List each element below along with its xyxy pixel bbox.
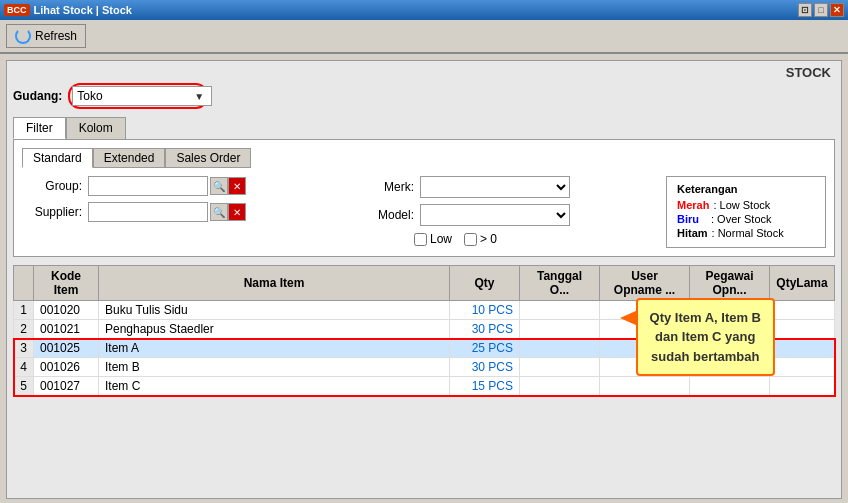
keterangan-merah: Merah : Low Stock [677,199,815,211]
sub-tab-bar: Standard Extended Sales Order [22,148,826,168]
keterangan-box: Keterangan Merah : Low Stock Biru : Over… [666,176,826,248]
filter-group-row: Group: 🔍 ✕ [22,176,324,196]
merk-select[interactable] [420,176,570,198]
cell-qty: 30 PCS [450,358,520,377]
gt0-checkbox[interactable] [464,233,477,246]
cell-kode: 001021 [34,320,99,339]
supplier-clear-button[interactable]: ✕ [228,203,246,221]
gt0-checkbox-item: > 0 [464,232,497,246]
gudang-select[interactable]: Toko Gudang 1 Gudang 2 [72,86,212,106]
cell-nama: Buku Tulis Sidu [99,301,450,320]
cell-tanggal [520,377,600,396]
cell-qtylama [770,301,835,320]
cell-tanggal [520,339,600,358]
table-row[interactable]: 5 001027 Item C 15 PCS [14,377,835,396]
hitam-desc: : Normal Stock [712,227,784,239]
annotation-arrow [620,310,638,326]
model-label: Model: [354,208,414,222]
title-bar: BCC Lihat Stock | Stock ⊡ □ ✕ [0,0,848,20]
merk-label: Merk: [354,180,414,194]
model-select[interactable] [420,204,570,226]
filter-main: Group: 🔍 ✕ Supplier: [22,176,656,248]
app-logo: BCC [4,4,30,16]
subtab-standard[interactable]: Standard [22,148,93,168]
tab-filter[interactable]: Filter [13,117,66,139]
group-label: Group: [22,179,82,193]
content-panel: STOCK Gudang: Toko Gudang 1 Gudang 2 ▼ F… [6,60,842,499]
cell-qty: 15 PCS [450,377,520,396]
biru-label: Biru [677,213,699,225]
supplier-search-button[interactable]: 🔍 [210,203,228,221]
gt0-label: > 0 [480,232,497,246]
cell-kode: 001025 [34,339,99,358]
cell-tanggal [520,301,600,320]
low-checkbox[interactable] [414,233,427,246]
refresh-button[interactable]: Refresh [6,24,86,48]
cell-nama: Item A [99,339,450,358]
window-controls: ⊡ □ ✕ [798,3,844,17]
col-header-tanggal: Tanggal O... [520,266,600,301]
cell-nama: Penghapus Staedler [99,320,450,339]
checkbox-row: Low > 0 [414,232,656,246]
low-label: Low [430,232,452,246]
cell-nama: Item B [99,358,450,377]
cell-kode: 001026 [34,358,99,377]
table-section: Kode Item Nama Item Qty Tanggal O... Use… [13,265,835,396]
gudang-label: Gudang: [13,89,62,103]
merah-desc: : Low Stock [713,199,770,211]
supplier-input[interactable] [88,202,208,222]
supplier-label: Supplier: [22,205,82,219]
cell-kode: 001027 [34,377,99,396]
subtab-extended[interactable]: Extended [93,148,166,168]
biru-desc: : Over Stock [711,213,772,225]
gudang-row: Gudang: Toko Gudang 1 Gudang 2 ▼ [13,83,835,109]
group-input[interactable] [88,176,208,196]
cell-qtylama [770,320,835,339]
tab-kolom[interactable]: Kolom [66,117,126,139]
cell-qty: 10 PCS [450,301,520,320]
cell-qtylama [770,358,835,377]
subtab-salesorder[interactable]: Sales Order [165,148,251,168]
filter-merk-row: Merk: [354,176,656,198]
filter-supplier-row: Supplier: 🔍 ✕ [22,202,324,222]
annotation-box: Qty Item A, Item Bdan Item C yangsudah b… [636,298,775,377]
cell-tanggal [520,358,600,377]
cell-qtylama [770,377,835,396]
row-num: 2 [14,320,34,339]
merah-label: Merah [677,199,709,211]
supplier-btn-group: 🔍 ✕ [210,203,246,221]
cell-pegawai [690,377,770,396]
group-search-button[interactable]: 🔍 [210,177,228,195]
col-header-num [14,266,34,301]
filter-left: Group: 🔍 ✕ Supplier: [22,176,324,246]
toolbar: Refresh [0,20,848,54]
keterangan-biru: Biru : Over Stock [677,213,815,225]
window-title: Lihat Stock | Stock [34,4,132,16]
close-button[interactable]: ✕ [830,3,844,17]
gudang-select-wrapper: Toko Gudang 1 Gudang 2 ▼ [68,83,208,109]
maximize-button[interactable]: □ [814,3,828,17]
hitam-label: Hitam [677,227,708,239]
cell-nama: Item C [99,377,450,396]
cell-qtylama [770,339,835,358]
cell-user [600,377,690,396]
cell-kode: 001020 [34,301,99,320]
annotation-text: Qty Item A, Item Bdan Item C yangsudah b… [650,310,761,364]
row-num: 1 [14,301,34,320]
restore-button[interactable]: ⊡ [798,3,812,17]
group-clear-button[interactable]: ✕ [228,177,246,195]
group-btn-group: 🔍 ✕ [210,177,246,195]
col-header-kode: Kode Item [34,266,99,301]
cell-tanggal [520,320,600,339]
refresh-icon [15,28,31,44]
main-area: STOCK Gudang: Toko Gudang 1 Gudang 2 ▼ F… [0,54,848,503]
row-num: 3 [14,339,34,358]
cell-qty: 25 PCS [450,339,520,358]
row-num: 4 [14,358,34,377]
stock-label: STOCK [786,65,831,80]
col-header-qtylama: QtyLama [770,266,835,301]
filter-panel: Standard Extended Sales Order Group: [13,139,835,257]
col-header-user: User Opname ... [600,266,690,301]
col-header-pegawai: Pegawai Opn... [690,266,770,301]
cell-qty: 30 PCS [450,320,520,339]
